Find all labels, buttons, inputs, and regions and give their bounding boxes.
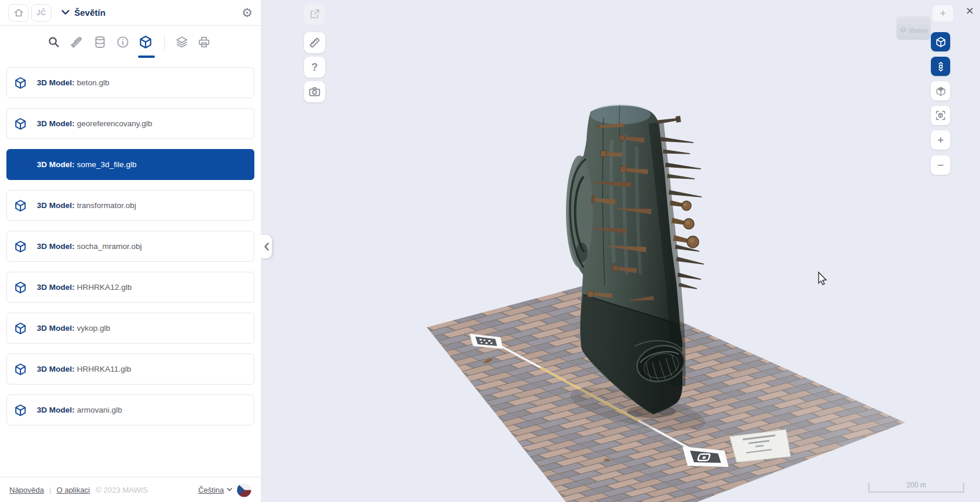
sidebar-footer: Nápověda | O aplikaci © 2023 MAWIS Češti… bbox=[0, 477, 261, 502]
model-prefix: 3D Model: bbox=[37, 406, 75, 414]
focus-cube-icon bbox=[934, 109, 947, 122]
model-list: 3D Model:beton.glb 3D Model:georeferenco… bbox=[0, 59, 261, 477]
model-list-item[interactable]: 3D Model:HRHRKA11.glb bbox=[6, 354, 254, 385]
model-name: vykop.glb bbox=[77, 324, 111, 333]
model-list-item-selected[interactable]: 3D Model:some_3d_file.glb bbox=[6, 149, 254, 180]
model-name: HRHRKA11.glb bbox=[77, 365, 132, 373]
layers-preview-button[interactable]: Vrstvy bbox=[896, 16, 931, 40]
footer-separator: | bbox=[49, 486, 51, 494]
cube-icon bbox=[14, 404, 27, 417]
model-name: HRHRKA12.glb bbox=[77, 283, 132, 292]
cube-icon bbox=[14, 240, 27, 253]
tab-print-icon[interactable] bbox=[197, 35, 211, 49]
tab-layers-icon[interactable] bbox=[175, 35, 189, 49]
model-list-item[interactable]: 3D Model:vykop.glb bbox=[6, 313, 254, 344]
chevron-down-icon bbox=[226, 487, 233, 492]
toolbar-divider bbox=[164, 34, 165, 50]
language-label: Čeština bbox=[198, 486, 224, 494]
model-list-item[interactable]: 3D Model:armovani.glb bbox=[6, 394, 254, 425]
view-3d-toggle-button[interactable] bbox=[931, 32, 950, 51]
fit-to-model-button[interactable] bbox=[931, 106, 950, 125]
share-icon bbox=[308, 8, 321, 20]
add-panel-button[interactable]: + bbox=[933, 5, 953, 22]
model-prefix: 3D Model: bbox=[37, 242, 75, 251]
model-name: armovani.glb bbox=[77, 406, 122, 414]
tab-draw-measure-icon[interactable] bbox=[70, 35, 84, 49]
language-selector[interactable]: Čeština bbox=[198, 486, 233, 494]
model-list-item[interactable]: 3D Model:socha_mramor.obj bbox=[6, 231, 254, 262]
model-list-item[interactable]: 3D Model:transformator.obj bbox=[6, 190, 254, 221]
cube-icon bbox=[14, 199, 27, 212]
elevation-toggle-button[interactable] bbox=[931, 57, 950, 76]
model-prefix: 3D Model: bbox=[37, 160, 75, 169]
model-prefix: 3D Model: bbox=[37, 119, 75, 128]
solid-view-button[interactable] bbox=[931, 81, 950, 101]
viewer-help-button[interactable]: ? bbox=[304, 57, 325, 78]
model-prefix: 3D Model: bbox=[37, 324, 75, 333]
solid-cube-icon bbox=[935, 85, 947, 97]
app-window: JČ Ševětín ⚙ 3D Model:beton.glb bbox=[0, 0, 980, 502]
model-list-item[interactable]: 3D Model:beton.glb bbox=[6, 67, 254, 98]
model-name: some_3d_file.glb bbox=[77, 160, 137, 169]
model-name: georeferencovany.glb bbox=[77, 119, 153, 128]
tab-search-icon[interactable] bbox=[47, 35, 61, 49]
screenshot-button[interactable] bbox=[304, 81, 325, 102]
sidebar-collapse-button[interactable] bbox=[261, 235, 272, 258]
project-selector[interactable]: Ševětín bbox=[61, 8, 105, 18]
zoom-out-button[interactable]: − bbox=[931, 155, 950, 175]
question-mark-icon: ? bbox=[312, 61, 318, 74]
model-prefix: 3D Model: bbox=[37, 78, 75, 87]
copyright-text: © 2023 MAWIS bbox=[96, 486, 148, 494]
sidebar-toolbar bbox=[0, 26, 261, 59]
sidebar-header: JČ Ševětín ⚙ bbox=[0, 0, 261, 26]
cube-icon bbox=[14, 363, 27, 376]
elevation-arrows-icon bbox=[935, 61, 947, 72]
model-name: socha_mramor.obj bbox=[77, 242, 142, 251]
measure-ruler-button[interactable] bbox=[304, 32, 325, 53]
layers-button-label: Vrstvy bbox=[909, 27, 928, 34]
org-badge-button[interactable]: JČ bbox=[31, 4, 51, 22]
chevron-down-icon bbox=[61, 9, 70, 16]
home-icon bbox=[13, 8, 24, 18]
3d-viewport[interactable]: ? Vrstvy + ✕ + − bbox=[261, 0, 980, 502]
cube-icon bbox=[14, 322, 27, 335]
zoom-in-button[interactable]: + bbox=[931, 130, 950, 150]
home-button[interactable] bbox=[8, 4, 29, 22]
ruler-icon bbox=[308, 36, 322, 50]
tab-data-icon[interactable] bbox=[93, 35, 107, 49]
layers-icon bbox=[899, 26, 907, 34]
model-list-item[interactable]: 3D Model:HRHRKA12.glb bbox=[6, 272, 254, 303]
mouse-cursor bbox=[819, 272, 826, 285]
close-icon[interactable]: ✕ bbox=[965, 5, 974, 18]
cube-icon bbox=[14, 158, 27, 171]
model-prefix: 3D Model: bbox=[37, 365, 75, 373]
gear-icon[interactable]: ⚙ bbox=[241, 6, 253, 19]
active-tab-underline bbox=[138, 56, 155, 58]
model-name: beton.glb bbox=[77, 78, 110, 87]
model-list-item[interactable]: 3D Model:georeferencovany.glb bbox=[6, 108, 254, 139]
tab-3d-model-icon[interactable] bbox=[139, 35, 153, 49]
share-button bbox=[304, 4, 325, 25]
model-name: transformator.obj bbox=[77, 201, 136, 210]
project-title: Ševětín bbox=[74, 8, 105, 18]
tab-info-icon[interactable] bbox=[116, 35, 130, 49]
plus-icon: + bbox=[937, 134, 944, 146]
model-prefix: 3D Model: bbox=[37, 283, 75, 292]
about-link[interactable]: O aplikaci bbox=[57, 486, 90, 494]
cube-icon bbox=[14, 281, 27, 294]
map-scale-bar: 200 m bbox=[868, 483, 964, 493]
cube-icon bbox=[14, 117, 27, 130]
scale-label: 200 m bbox=[869, 481, 963, 489]
3d-scene bbox=[261, 0, 980, 502]
camera-icon bbox=[308, 85, 322, 99]
model-prefix: 3D Model: bbox=[37, 201, 75, 210]
chevron-left-icon bbox=[263, 242, 270, 251]
minus-icon: − bbox=[937, 160, 944, 171]
help-link[interactable]: Nápověda bbox=[9, 486, 44, 494]
org-badge-label: JČ bbox=[37, 9, 46, 17]
wireframe-cube-icon bbox=[935, 36, 947, 48]
sidebar: JČ Ševětín ⚙ 3D Model:beton.glb bbox=[0, 0, 261, 502]
sculpture-ear bbox=[566, 155, 593, 268]
cube-icon bbox=[14, 77, 27, 89]
czech-flag-icon[interactable] bbox=[237, 483, 251, 497]
